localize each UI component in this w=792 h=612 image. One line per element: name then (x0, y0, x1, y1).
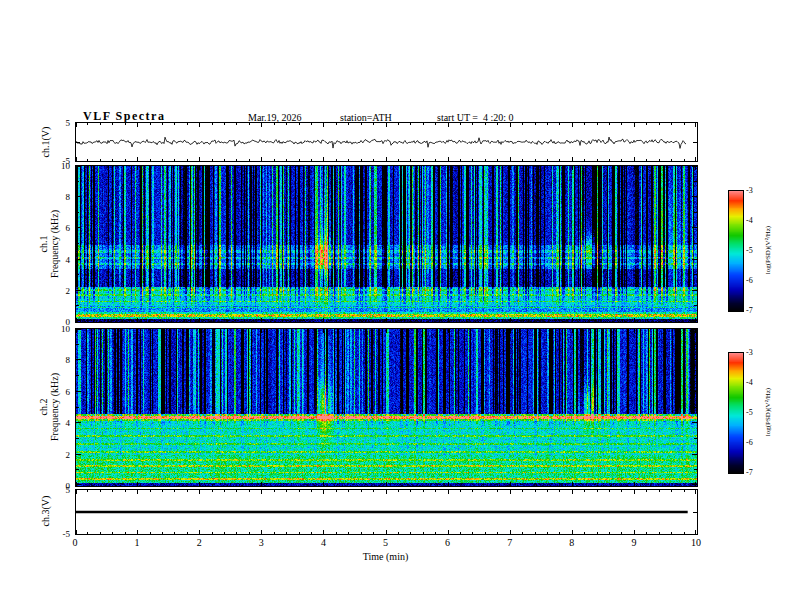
x-tick-label: 1 (135, 537, 140, 548)
wave1-ytick-label: 5 (66, 118, 71, 128)
colorbar2-label: log(PSD)(V²/Hz) (763, 388, 774, 436)
x-tick-label: 2 (197, 537, 202, 548)
colorbar1-tick-label: -7 (746, 306, 753, 315)
vlf-spectra-figure: VLF Spectra Mar.19, 2026 station=ATH sta… (0, 0, 792, 612)
colorbar2-tick-label: -7 (746, 468, 753, 477)
colorbar1-canvas (728, 190, 744, 312)
ch3-waveform-canvas (75, 489, 698, 535)
x-axis-title: Time (min) (75, 551, 696, 562)
colorbar1-tick-label: -5 (746, 246, 753, 255)
x-tick-label: 9 (631, 537, 636, 548)
spec1-ytick-label: 8 (66, 192, 71, 202)
ch1-spec-ytick-labels: 0246810 (38, 166, 72, 322)
ch1-spectrogram-canvas (75, 165, 698, 323)
spec2-ytick-label: 8 (66, 355, 71, 365)
spec2-ytick-label: 6 (66, 387, 71, 397)
ch2-spectrogram-canvas (75, 328, 698, 487)
x-tick-label: 10 (691, 537, 701, 548)
x-tick-label: 3 (259, 537, 264, 548)
colorbar1-tick-label: -3 (746, 186, 753, 195)
x-tick-label: 7 (507, 537, 512, 548)
colorbar1-label: log(PSD)(V²/Hz) (763, 226, 774, 274)
spec1-ytick-label: 2 (66, 286, 71, 296)
spec2-ytick-label: 2 (66, 450, 71, 460)
colorbar1-tick-label: -4 (746, 216, 753, 225)
colorbar2-canvas (728, 352, 744, 474)
colorbar1-tick-label: -6 (746, 276, 753, 285)
x-tick-label: 6 (445, 537, 450, 548)
x-tick-labels: 012345678910 (75, 537, 696, 549)
spec1-ytick-label: 6 (66, 223, 71, 233)
spec2-ytick-label: 4 (66, 418, 71, 428)
spec2-ytick-label: 10 (61, 324, 70, 334)
x-tick-label: 0 (73, 537, 78, 548)
ch3-wave-ytick-labels: 5-5 (38, 490, 72, 534)
x-tick-label: 8 (569, 537, 574, 548)
ch2-spec-ytick-labels: 0246810 (38, 329, 72, 486)
wave3-ytick-label: -5 (63, 529, 71, 539)
x-tick-label: 5 (383, 537, 388, 548)
colorbar2-tick-label: -3 (746, 348, 753, 357)
wave3-ytick-label: 5 (66, 485, 71, 495)
x-tick-label: 4 (321, 537, 326, 548)
ch1-waveform-canvas (75, 122, 698, 162)
colorbar2-tick-label: -4 (746, 378, 753, 387)
colorbar2-tick-label: -6 (746, 438, 753, 447)
colorbar2-tick-label: -5 (746, 408, 753, 417)
spec1-ytick-label: 10 (61, 161, 70, 171)
spec1-ytick-label: 4 (66, 255, 71, 265)
ch1-wave-ytick-labels: 5-5 (38, 123, 72, 161)
